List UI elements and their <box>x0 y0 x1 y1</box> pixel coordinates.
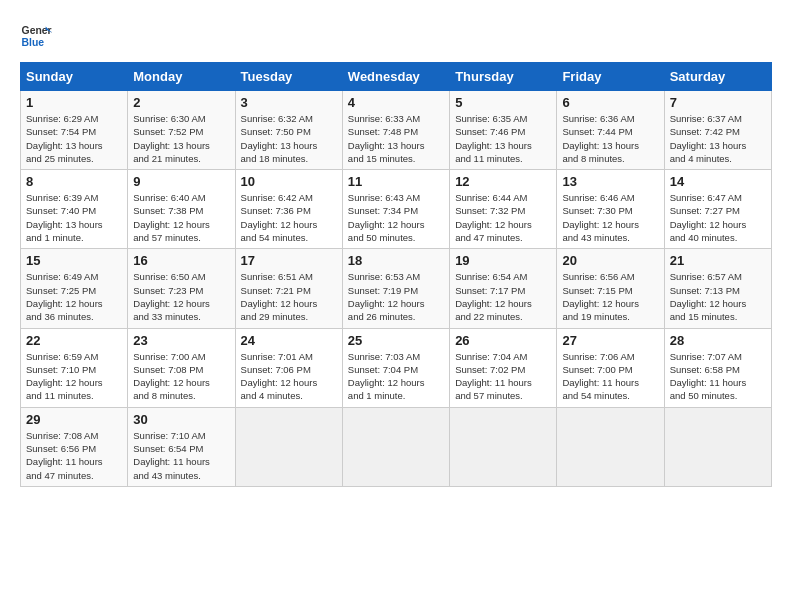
day-info: Sunrise: 7:00 AMSunset: 7:08 PMDaylight:… <box>133 350 229 403</box>
day-number: 24 <box>241 333 337 348</box>
day-number: 20 <box>562 253 658 268</box>
day-number: 12 <box>455 174 551 189</box>
day-number: 23 <box>133 333 229 348</box>
calendar-cell: 8Sunrise: 6:39 AMSunset: 7:40 PMDaylight… <box>21 170 128 249</box>
day-info: Sunrise: 6:37 AMSunset: 7:42 PMDaylight:… <box>670 112 766 165</box>
day-info: Sunrise: 6:51 AMSunset: 7:21 PMDaylight:… <box>241 270 337 323</box>
calendar-cell: 29Sunrise: 7:08 AMSunset: 6:56 PMDayligh… <box>21 407 128 486</box>
day-number: 27 <box>562 333 658 348</box>
day-number: 28 <box>670 333 766 348</box>
calendar-cell: 17Sunrise: 6:51 AMSunset: 7:21 PMDayligh… <box>235 249 342 328</box>
calendar-cell: 4Sunrise: 6:33 AMSunset: 7:48 PMDaylight… <box>342 91 449 170</box>
day-info: Sunrise: 7:08 AMSunset: 6:56 PMDaylight:… <box>26 429 122 482</box>
day-info: Sunrise: 7:04 AMSunset: 7:02 PMDaylight:… <box>455 350 551 403</box>
weekday-wednesday: Wednesday <box>342 63 449 91</box>
day-number: 17 <box>241 253 337 268</box>
calendar-cell: 11Sunrise: 6:43 AMSunset: 7:34 PMDayligh… <box>342 170 449 249</box>
day-info: Sunrise: 6:49 AMSunset: 7:25 PMDaylight:… <box>26 270 122 323</box>
svg-text:General: General <box>22 25 52 36</box>
calendar-cell: 7Sunrise: 6:37 AMSunset: 7:42 PMDaylight… <box>664 91 771 170</box>
logo: General Blue <box>20 20 52 52</box>
calendar-table: SundayMondayTuesdayWednesdayThursdayFrid… <box>20 62 772 487</box>
calendar-cell: 1Sunrise: 6:29 AMSunset: 7:54 PMDaylight… <box>21 91 128 170</box>
calendar-cell: 28Sunrise: 7:07 AMSunset: 6:58 PMDayligh… <box>664 328 771 407</box>
calendar-week-4: 22Sunrise: 6:59 AMSunset: 7:10 PMDayligh… <box>21 328 772 407</box>
day-number: 7 <box>670 95 766 110</box>
calendar-cell: 21Sunrise: 6:57 AMSunset: 7:13 PMDayligh… <box>664 249 771 328</box>
day-number: 25 <box>348 333 444 348</box>
day-info: Sunrise: 6:30 AMSunset: 7:52 PMDaylight:… <box>133 112 229 165</box>
day-info: Sunrise: 6:57 AMSunset: 7:13 PMDaylight:… <box>670 270 766 323</box>
day-number: 19 <box>455 253 551 268</box>
calendar-cell: 30Sunrise: 7:10 AMSunset: 6:54 PMDayligh… <box>128 407 235 486</box>
day-number: 5 <box>455 95 551 110</box>
day-number: 9 <box>133 174 229 189</box>
logo-icon: General Blue <box>20 20 52 52</box>
calendar-cell: 20Sunrise: 6:56 AMSunset: 7:15 PMDayligh… <box>557 249 664 328</box>
day-info: Sunrise: 6:39 AMSunset: 7:40 PMDaylight:… <box>26 191 122 244</box>
day-info: Sunrise: 6:46 AMSunset: 7:30 PMDaylight:… <box>562 191 658 244</box>
day-info: Sunrise: 6:35 AMSunset: 7:46 PMDaylight:… <box>455 112 551 165</box>
calendar-cell: 9Sunrise: 6:40 AMSunset: 7:38 PMDaylight… <box>128 170 235 249</box>
calendar-cell: 19Sunrise: 6:54 AMSunset: 7:17 PMDayligh… <box>450 249 557 328</box>
day-info: Sunrise: 6:53 AMSunset: 7:19 PMDaylight:… <box>348 270 444 323</box>
calendar-cell <box>557 407 664 486</box>
calendar-cell: 25Sunrise: 7:03 AMSunset: 7:04 PMDayligh… <box>342 328 449 407</box>
day-info: Sunrise: 6:54 AMSunset: 7:17 PMDaylight:… <box>455 270 551 323</box>
day-number: 3 <box>241 95 337 110</box>
calendar-cell: 27Sunrise: 7:06 AMSunset: 7:00 PMDayligh… <box>557 328 664 407</box>
day-info: Sunrise: 6:56 AMSunset: 7:15 PMDaylight:… <box>562 270 658 323</box>
calendar-cell: 14Sunrise: 6:47 AMSunset: 7:27 PMDayligh… <box>664 170 771 249</box>
calendar-cell: 22Sunrise: 6:59 AMSunset: 7:10 PMDayligh… <box>21 328 128 407</box>
day-number: 29 <box>26 412 122 427</box>
calendar-cell <box>235 407 342 486</box>
weekday-tuesday: Tuesday <box>235 63 342 91</box>
day-info: Sunrise: 6:47 AMSunset: 7:27 PMDaylight:… <box>670 191 766 244</box>
day-number: 22 <box>26 333 122 348</box>
day-info: Sunrise: 6:32 AMSunset: 7:50 PMDaylight:… <box>241 112 337 165</box>
day-number: 13 <box>562 174 658 189</box>
day-info: Sunrise: 6:33 AMSunset: 7:48 PMDaylight:… <box>348 112 444 165</box>
weekday-sunday: Sunday <box>21 63 128 91</box>
calendar-week-3: 15Sunrise: 6:49 AMSunset: 7:25 PMDayligh… <box>21 249 772 328</box>
day-number: 30 <box>133 412 229 427</box>
day-info: Sunrise: 6:40 AMSunset: 7:38 PMDaylight:… <box>133 191 229 244</box>
calendar-cell: 26Sunrise: 7:04 AMSunset: 7:02 PMDayligh… <box>450 328 557 407</box>
calendar-week-1: 1Sunrise: 6:29 AMSunset: 7:54 PMDaylight… <box>21 91 772 170</box>
calendar-week-5: 29Sunrise: 7:08 AMSunset: 6:56 PMDayligh… <box>21 407 772 486</box>
day-number: 8 <box>26 174 122 189</box>
day-info: Sunrise: 7:03 AMSunset: 7:04 PMDaylight:… <box>348 350 444 403</box>
weekday-monday: Monday <box>128 63 235 91</box>
calendar-cell: 12Sunrise: 6:44 AMSunset: 7:32 PMDayligh… <box>450 170 557 249</box>
calendar-cell: 24Sunrise: 7:01 AMSunset: 7:06 PMDayligh… <box>235 328 342 407</box>
day-info: Sunrise: 7:07 AMSunset: 6:58 PMDaylight:… <box>670 350 766 403</box>
day-info: Sunrise: 6:50 AMSunset: 7:23 PMDaylight:… <box>133 270 229 323</box>
calendar-cell: 13Sunrise: 6:46 AMSunset: 7:30 PMDayligh… <box>557 170 664 249</box>
header: General Blue <box>20 20 772 52</box>
day-number: 1 <box>26 95 122 110</box>
calendar-cell: 5Sunrise: 6:35 AMSunset: 7:46 PMDaylight… <box>450 91 557 170</box>
calendar-cell: 3Sunrise: 6:32 AMSunset: 7:50 PMDaylight… <box>235 91 342 170</box>
calendar-cell: 15Sunrise: 6:49 AMSunset: 7:25 PMDayligh… <box>21 249 128 328</box>
day-info: Sunrise: 6:59 AMSunset: 7:10 PMDaylight:… <box>26 350 122 403</box>
day-info: Sunrise: 6:42 AMSunset: 7:36 PMDaylight:… <box>241 191 337 244</box>
day-number: 6 <box>562 95 658 110</box>
calendar-cell: 16Sunrise: 6:50 AMSunset: 7:23 PMDayligh… <box>128 249 235 328</box>
day-number: 11 <box>348 174 444 189</box>
weekday-friday: Friday <box>557 63 664 91</box>
day-number: 15 <box>26 253 122 268</box>
day-info: Sunrise: 7:10 AMSunset: 6:54 PMDaylight:… <box>133 429 229 482</box>
calendar-cell: 10Sunrise: 6:42 AMSunset: 7:36 PMDayligh… <box>235 170 342 249</box>
calendar-cell <box>342 407 449 486</box>
day-number: 14 <box>670 174 766 189</box>
day-info: Sunrise: 6:36 AMSunset: 7:44 PMDaylight:… <box>562 112 658 165</box>
weekday-header-row: SundayMondayTuesdayWednesdayThursdayFrid… <box>21 63 772 91</box>
day-info: Sunrise: 6:44 AMSunset: 7:32 PMDaylight:… <box>455 191 551 244</box>
weekday-thursday: Thursday <box>450 63 557 91</box>
day-number: 26 <box>455 333 551 348</box>
calendar-body: 1Sunrise: 6:29 AMSunset: 7:54 PMDaylight… <box>21 91 772 487</box>
day-number: 10 <box>241 174 337 189</box>
day-number: 2 <box>133 95 229 110</box>
weekday-saturday: Saturday <box>664 63 771 91</box>
day-number: 21 <box>670 253 766 268</box>
